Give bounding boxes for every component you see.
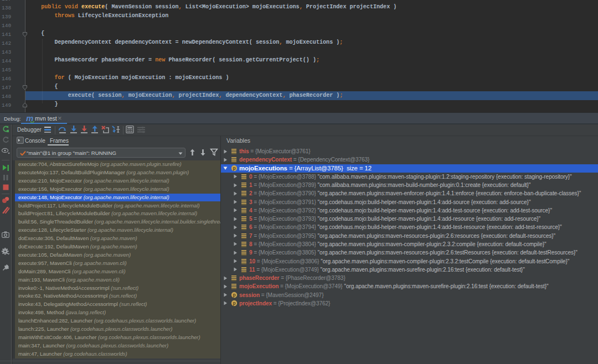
svg-text:p: p (233, 300, 235, 306)
svg-text:p: p (233, 165, 235, 171)
svg-text:p: p (233, 292, 235, 298)
